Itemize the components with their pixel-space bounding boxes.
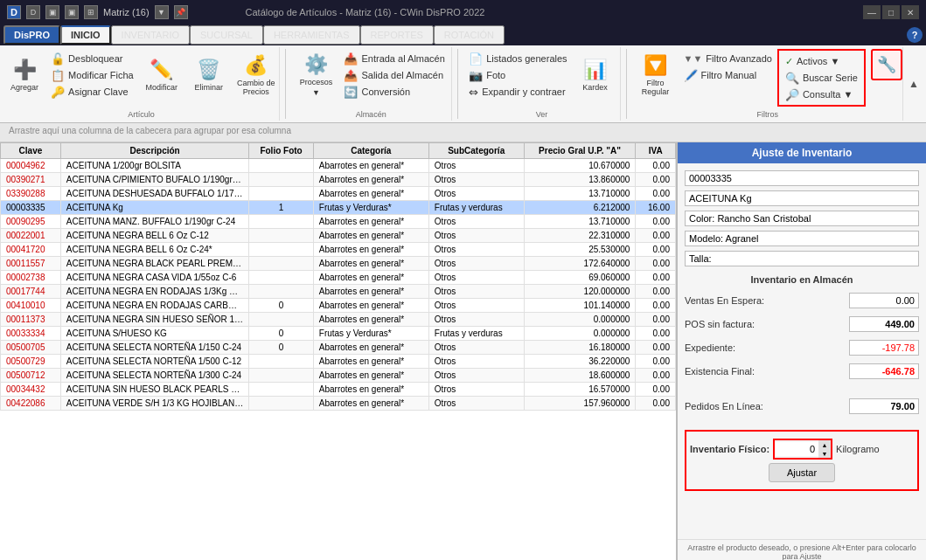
table-row[interactable]: 00500729 ACEITUNA SELECTA NORTEÑA 1/500 … — [1, 355, 676, 369]
table-row[interactable]: 00390271 ACEITUNA C/PIMIENTO BUFALO 1/19… — [1, 173, 676, 187]
cell-folio — [249, 369, 313, 383]
expandir-button[interactable]: ⇔ Expandir y contraer — [465, 84, 570, 100]
listados-button[interactable]: 📄 Listados generales — [465, 51, 570, 66]
expediente-value[interactable] — [849, 340, 919, 356]
kardex-icon: 📊 — [583, 59, 607, 81]
table-row[interactable]: 00017744 ACEITUNA NEGRA EN RODAJAS 1/3Kg… — [1, 285, 676, 299]
procesos-button[interactable]: ⚙️ Procesos ▼ — [293, 49, 338, 101]
existencia-final-value[interactable] — [849, 363, 919, 379]
eliminar-button[interactable]: 🗑️ Eliminar — [186, 49, 232, 101]
entrada-almacen-button[interactable]: 📥 Entrada al Almacén — [340, 51, 448, 66]
size-input[interactable] — [685, 251, 919, 266]
cell-subcat: Otros — [428, 271, 524, 285]
cell-precio: 16.180000 — [524, 341, 636, 355]
app-label: Matriz (16) — [103, 7, 150, 17]
table-row[interactable]: 00090295 ACEITUNA MANZ. BUFFALO 1/190gr … — [1, 215, 676, 229]
stepper-up-button[interactable]: ▲ — [818, 440, 831, 449]
pos-sin-factura-value[interactable] — [849, 316, 919, 332]
menu-rotacion[interactable]: ROTACIÓN — [434, 25, 505, 45]
foto-button[interactable]: 📷 Foto — [465, 67, 570, 83]
inventario-section-title: Inventario en Almacén — [685, 274, 919, 285]
stepper-down-button[interactable]: ▼ — [818, 449, 831, 458]
desbloquear-button[interactable]: 🔓 Desbloquear — [47, 51, 137, 66]
col-precio[interactable]: Precio Gral U.P. "A" — [524, 143, 636, 159]
col-cat[interactable]: Categoría — [313, 143, 428, 159]
agregar-button[interactable]: ➕ Agregar — [3, 49, 45, 101]
table-row[interactable]: 00022001 ACEITUNA NEGRA BELL 6 Oz C-12 A… — [1, 229, 676, 243]
modificar-button[interactable]: ✏️ Modificar — [139, 49, 185, 101]
table-row[interactable]: 00422086 ACEITUNA VERDE S/H 1/3 KG HOJIB… — [1, 397, 676, 411]
color-input[interactable] — [685, 211, 919, 226]
consulta-button[interactable]: 🔎 Consulta ▼ — [782, 86, 861, 102]
cell-iva: 0.00 — [636, 159, 676, 173]
pedidos-linea-value[interactable] — [849, 398, 919, 414]
filtro-avanzado-icon: ▼▼ — [684, 53, 703, 64]
col-clave[interactable]: Clave — [1, 143, 61, 159]
filtro-regular-button[interactable]: 🔽 Filtro Regular — [633, 49, 679, 101]
buscar-serie-button[interactable]: 🔍 Buscar Serie — [782, 70, 861, 86]
menu-inicio[interactable]: INICIO — [60, 25, 111, 45]
table-row[interactable]: 00410010 ACEITUNA NEGRA EN RODAJAS CARBO… — [1, 299, 676, 313]
filtro-regular-icon: 🔽 — [644, 54, 667, 77]
table-row[interactable]: 00033334 ACEITUNA S/HUESO KG 0 Frutas y … — [1, 327, 676, 341]
ajustar-button[interactable]: Ajustar — [769, 463, 835, 482]
collapse-ribbon-icon[interactable]: ▲ — [909, 78, 919, 90]
table-row[interactable]: 00011373 ACEITUNA NEGRA SIN HUESO SEÑOR … — [1, 313, 676, 327]
asignar-clave-button[interactable]: 🔑 Asignar Clave — [47, 84, 137, 100]
cell-folio — [249, 285, 313, 299]
menu-herramientas[interactable]: HERRAMIENTAS — [263, 25, 360, 45]
table-area[interactable]: Clave Descripción Folio Foto Categoría S… — [0, 142, 677, 560]
minimize-button[interactable]: — — [863, 5, 881, 19]
desbloquear-icon: 🔓 — [51, 52, 65, 66]
name-input[interactable] — [685, 190, 919, 206]
col-desc[interactable]: Descripción — [60, 143, 249, 159]
cell-precio: 13.860000 — [524, 173, 636, 187]
cambio-precios-button[interactable]: 💰 Cambio de Precios — [233, 49, 279, 101]
cell-desc: ACEITUNA NEGRA BLACK PEARL PREMIUM 1. — [60, 257, 249, 271]
filtro-manual-button[interactable]: 🖊️ Filtro Manual — [680, 67, 776, 83]
kardex-label: Kardex — [582, 83, 608, 92]
modificar-ficha-button[interactable]: 📋 Modificar Ficha — [47, 67, 137, 83]
salida-almacen-button[interactable]: 📤 Salida del Almacén — [340, 67, 448, 83]
table-row[interactable]: 00002738 ACEITUNA NEGRA CASA VIDA 1/55oz… — [1, 271, 676, 285]
table-row[interactable]: 03390288 ACEITUNA DESHUESADA BUFFALO 1/1… — [1, 187, 676, 201]
ventas-espera-value[interactable] — [849, 293, 919, 308]
menu-inventario[interactable]: INVENTARIO — [111, 25, 190, 45]
ver-buttons: 📄 Listados generales 📷 Foto ⇔ Expandir y… — [465, 49, 617, 107]
field-color — [685, 211, 919, 226]
code-input[interactable] — [685, 170, 919, 186]
menu-dispro[interactable]: DisPRO — [3, 25, 60, 45]
table-row[interactable]: 00034432 ACEITUNA SIN HUESO BLACK PEARLS… — [1, 383, 676, 397]
model-input[interactable] — [685, 231, 919, 246]
menu-sucursal[interactable]: SUCURSAL — [190, 25, 263, 45]
col-iva[interactable]: IVA — [636, 143, 676, 159]
cell-subcat: Otros — [428, 243, 524, 257]
filtros-group-label: Filtros — [756, 108, 778, 119]
table-row[interactable]: 00041720 ACEITUNA NEGRA BELL 6 Oz C-24* … — [1, 243, 676, 257]
physical-unit: Kilogramo — [836, 444, 880, 454]
table-row[interactable]: 00003335 ACEITUNA Kg 1 Frutas y Verduras… — [1, 201, 676, 215]
kardex-button[interactable]: 📊 Kardex — [573, 49, 618, 101]
table-row[interactable]: 00011557 ACEITUNA NEGRA BLACK PEARL PREM… — [1, 257, 676, 271]
help-icon[interactable]: ? — [907, 27, 923, 43]
cell-iva: 0.00 — [636, 327, 676, 341]
filtro-avanzado-button[interactable]: ▼▼ Filtro Avanzado — [680, 51, 776, 66]
physical-label: Inventario Físico: — [690, 444, 769, 454]
table-row[interactable]: 00500712 ACEITUNA SELECTA NORTEÑA 1/300 … — [1, 369, 676, 383]
desbloquear-label: Desbloquear — [68, 53, 122, 64]
close-button[interactable]: ✕ — [902, 5, 919, 19]
maximize-button[interactable]: □ — [882, 5, 900, 19]
table-row[interactable]: 00004962 ACEITUNA 1/200gr BOLSITA Abarro… — [1, 159, 676, 173]
cell-subcat: Otros — [428, 285, 524, 299]
col-subcat[interactable]: SubCategoría — [428, 143, 524, 159]
tool-highlighted-button[interactable]: 🔧 — [871, 49, 902, 80]
cell-cat: Abarrotes en general* — [313, 341, 428, 355]
col-folio[interactable]: Folio Foto — [249, 143, 313, 159]
pos-sin-factura-label: POS sin factura: — [685, 319, 755, 329]
conversion-button[interactable]: 🔄 Conversión — [340, 84, 448, 100]
activos-button[interactable]: ✓ Activos ▼ — [782, 53, 861, 69]
menu-reportes[interactable]: REPORTES — [360, 25, 434, 45]
table-row[interactable]: 00500705 ACEITUNA SELECTA NORTEÑA 1/150 … — [1, 341, 676, 355]
dropdown-icon[interactable]: ▼ — [155, 5, 169, 19]
physical-input[interactable] — [775, 442, 818, 456]
